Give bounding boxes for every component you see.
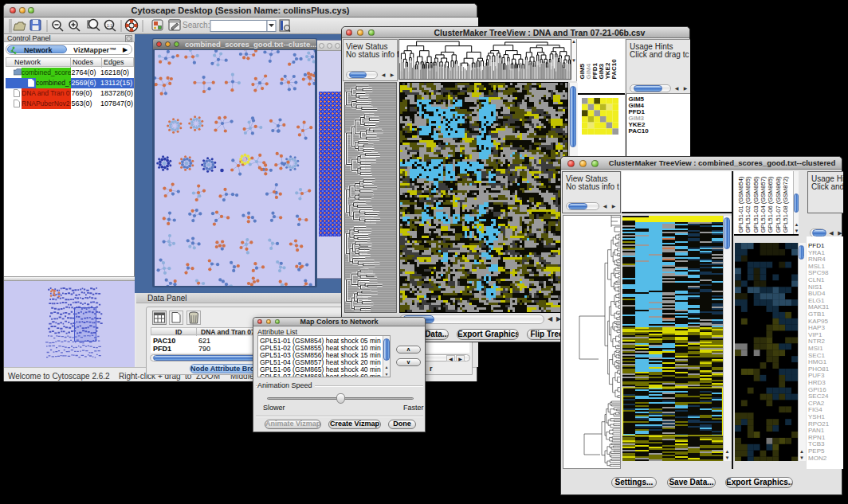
svg-text:Search:: Search: (183, 21, 210, 29)
svg-text:1:1: 1:1 (107, 23, 112, 28)
